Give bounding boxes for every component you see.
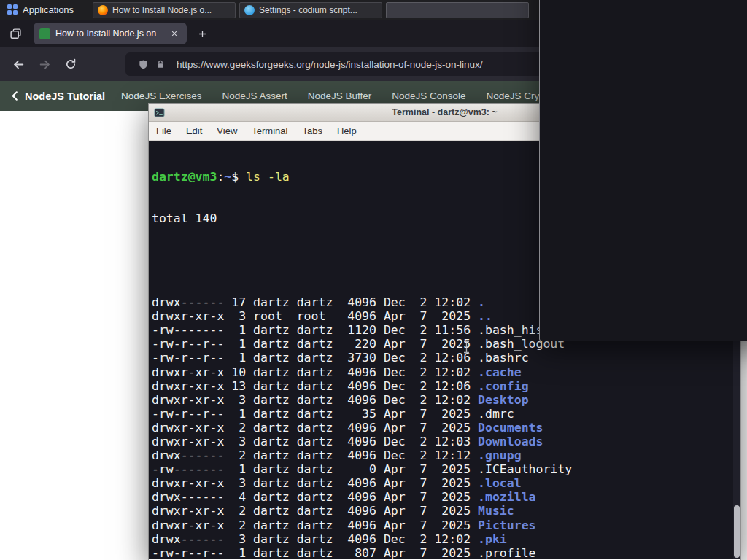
terminal-menu-item[interactable]: File (149, 125, 179, 136)
terminal-command: ls -la (246, 170, 290, 184)
terminal-listing-row: drwx------ 3 dartz dartz 4096 Dec 2 12:0… (152, 532, 740, 546)
site-nav-active-item[interactable]: NodeJS Tutorial (25, 90, 105, 102)
applications-menu-button[interactable]: Applications (0, 0, 81, 20)
terminal-listing-row: drwx------ 2 dartz dartz 4096 Dec 2 12:1… (152, 448, 740, 462)
terminal-listing-row: drwxr-xr-x 3 dartz dartz 4096 Apr 7 2025… (152, 476, 740, 490)
taskbar-window-title: How to Install Node.js o... (112, 5, 212, 15)
tab-favicon (39, 28, 50, 39)
terminal-listing-row: drwxr-xr-x 3 dartz dartz 4096 Dec 2 12:0… (152, 435, 740, 448)
terminal-scrollbar-thumb[interactable] (734, 505, 740, 558)
applications-label: Applications (23, 4, 74, 15)
panel-separator (85, 4, 85, 17)
back-button[interactable] (7, 53, 29, 75)
terminal-menu-item[interactable]: Tabs (295, 125, 329, 136)
terminal-menu-item[interactable]: View (209, 125, 244, 136)
applications-grid-icon (7, 4, 18, 15)
taskbar-window-icon (98, 5, 108, 15)
terminal-menu-item[interactable]: Terminal (244, 125, 295, 136)
taskbar-window-title: Settings - codium script... (259, 5, 357, 15)
window-taskbar: How to Install Node.js o... Settings - c… (89, 0, 529, 20)
site-nav-links: NodeJS ExercisesNodeJS AssertNodeJS Buff… (121, 90, 611, 101)
terminal-listing-row: drwx------ 4 dartz dartz 4096 Apr 7 2025… (152, 490, 740, 504)
site-nav-link[interactable]: NodeJS Buffer (308, 90, 372, 101)
mouse-cursor (462, 313, 506, 381)
tab-title: How to Install Node.js on (55, 28, 163, 39)
terminal-app-icon (154, 107, 165, 118)
tracking-shield-icon[interactable] (134, 55, 152, 73)
terminal-listing-row: -rw-r--r-- 1 dartz dartz 35 Apr 7 2025 .… (152, 407, 740, 421)
terminal-listing-row: -rw-r--r-- 1 dartz dartz 807 Apr 7 2025 … (152, 546, 740, 559)
taskbar-window-icon (244, 5, 255, 15)
nav-scroll-left-icon[interactable] (10, 90, 19, 101)
taskbar-window-icon (539, 0, 747, 341)
padlock-icon[interactable] (152, 55, 169, 73)
terminal-menu-item[interactable]: Edit (179, 125, 209, 136)
terminal-listing-row: -rw-r--r-- 1 dartz dartz 3730 Dec 2 12:0… (152, 351, 740, 365)
terminal-listing-row: drwxr-xr-x 3 dartz dartz 4096 Dec 2 12:0… (152, 393, 740, 407)
taskbar-window-button[interactable]: How to Install Node.js o... (93, 2, 236, 18)
firefox-view-icon[interactable] (4, 23, 26, 44)
new-tab-button[interactable] (193, 24, 212, 43)
url-text: https://www.geeksforgeeks.org/node-js/in… (177, 59, 555, 70)
desktop-panel: Applications How to Install Node.js o...… (0, 0, 747, 20)
terminal-listing-row: drwxr-xr-x 10 dartz dartz 4096 Dec 2 12:… (152, 365, 740, 379)
terminal-listing-row: drwxr-xr-x 2 dartz dartz 4096 Apr 7 2025… (152, 518, 740, 532)
terminal-listing-row: drwxr-xr-x 2 dartz dartz 4096 Apr 7 2025… (152, 504, 740, 518)
tab-close-icon[interactable] (168, 27, 181, 40)
terminal-listing-row: -rw------- 1 dartz dartz 0 Apr 7 2025 .I… (152, 462, 740, 476)
browser-tab[interactable]: How to Install Node.js on (34, 23, 187, 44)
taskbar-window-button[interactable]: Settings - codium script... (239, 2, 382, 18)
site-nav-link[interactable]: NodeJS Exercises (121, 90, 201, 101)
terminal-listing-row: drwxr-xr-x 13 dartz dartz 4096 Dec 2 12:… (152, 379, 740, 393)
terminal-listing-row: drwxr-xr-x 2 dartz dartz 4096 Apr 7 2025… (152, 421, 740, 435)
taskbar-window-button[interactable]: Terminal - dartz@vm3: ~ (386, 2, 529, 18)
url-bar[interactable]: https://www.geeksforgeeks.org/node-js/in… (125, 52, 595, 76)
reload-button[interactable] (60, 53, 82, 75)
site-nav-link[interactable]: NodeJS Console (392, 90, 465, 101)
terminal-menu-item[interactable]: Help (330, 125, 364, 136)
site-nav-link[interactable]: NodeJS Assert (222, 90, 287, 101)
forward-button[interactable] (34, 53, 55, 75)
